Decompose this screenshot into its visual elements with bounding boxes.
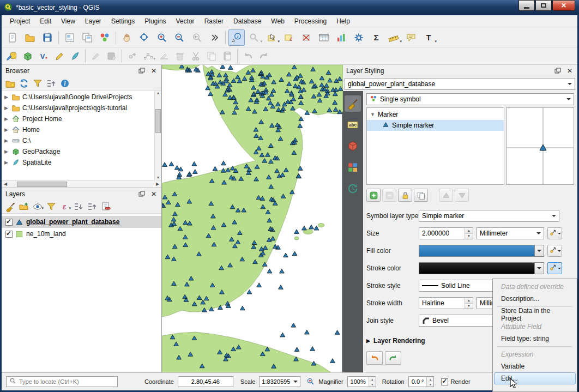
magnifier-spinbox[interactable]: 100% ▲▼ <box>347 376 376 387</box>
filter-browser-button[interactable] <box>32 77 44 89</box>
title-bar[interactable]: *basic_vector_styling - QGIS ✕ <box>0 0 579 15</box>
statistical-summary-button[interactable]: Σ <box>368 29 384 46</box>
size-spinbox[interactable]: 2.000000 ▲▼ <box>419 227 473 239</box>
filter-by-expression-button[interactable]: ε▾ <box>59 201 71 213</box>
browser-item-c-drive[interactable]: ▶C:\ <box>2 135 154 146</box>
text-annotation-button[interactable]: T▾ <box>420 29 437 46</box>
project-new-button[interactable] <box>4 29 21 46</box>
render-checkbox-box[interactable] <box>441 378 448 385</box>
expand-arrow-icon[interactable]: ▶ <box>4 160 9 165</box>
styling-tab-symbology[interactable] <box>345 95 361 112</box>
deselect-features-button[interactable] <box>298 29 315 46</box>
styling-tab-diagrams[interactable] <box>345 159 361 176</box>
menu-item-field-type-string[interactable]: Field type: string <box>494 333 576 345</box>
browser-horizontal-scrollbar[interactable]: ◀▶ <box>2 180 161 188</box>
processing-toolbox-button[interactable] <box>351 29 367 46</box>
layer-item-global_power_plant_database[interactable]: global_power_plant_database <box>2 216 161 228</box>
zoom-in-button[interactable] <box>154 29 170 46</box>
raster-histogram-button[interactable] <box>333 29 349 46</box>
menu-layer[interactable]: Layer <box>80 15 106 27</box>
locate-input[interactable] <box>19 378 114 385</box>
browser-close-button[interactable]: ✕ <box>150 67 158 75</box>
identify-features-button[interactable]: i <box>228 29 245 46</box>
symbol-layers-tree[interactable]: ▼ Marker Simple marker <box>366 107 504 185</box>
filter-legend-button[interactable] <box>45 201 57 213</box>
symbol-tree-simple-marker-row[interactable]: Simple marker <box>367 120 504 131</box>
stroke-color-dropdown[interactable] <box>534 263 544 274</box>
menu-item-description[interactable]: Description... <box>494 293 576 305</box>
remove-layer-button[interactable] <box>100 201 112 213</box>
menu-view[interactable]: View <box>56 15 80 27</box>
duplicate-symbol-layer-button[interactable] <box>414 189 428 202</box>
add-favorite-button[interactable] <box>4 77 16 89</box>
measure-button[interactable]: ▾ <box>385 29 402 46</box>
open-attribute-table-button[interactable] <box>316 29 332 46</box>
expand-arrow-icon[interactable]: ▶ <box>4 138 9 143</box>
layer-item-ne_10m_land[interactable]: ne_10m_land <box>2 228 161 240</box>
new-shapefile-layer-button[interactable] <box>52 49 67 63</box>
symbol-preview[interactable] <box>506 107 574 185</box>
size-data-defined-button[interactable] <box>547 227 562 239</box>
render-checkbox[interactable]: Render <box>441 378 470 385</box>
menu-edit[interactable]: Edit <box>35 15 56 27</box>
style-undo-button[interactable] <box>366 351 383 365</box>
project-save-button[interactable] <box>39 29 56 46</box>
locate-search[interactable] <box>6 376 118 387</box>
browser-item-geopackage[interactable]: ▶GeoPackage <box>2 146 154 157</box>
styling-layer-select[interactable]: global_power_plant_database <box>345 78 575 90</box>
properties-button[interactable]: i <box>59 77 71 89</box>
project-open-button[interactable] <box>22 29 38 46</box>
symbol-tree-marker-row[interactable]: ▼ Marker <box>367 109 504 120</box>
stroke-color-data-defined-button[interactable] <box>547 262 562 274</box>
new-virtual-layer-button[interactable]: V <box>36 49 51 63</box>
browser-item-home[interactable]: ▶Home <box>2 124 154 135</box>
menu-project[interactable]: Project <box>5 15 35 27</box>
toolbar-overflow-button[interactable] <box>206 29 222 46</box>
size-unit-select[interactable]: Millimeter <box>477 227 544 239</box>
menu-vector[interactable]: Vector <box>171 15 200 27</box>
browser-item-project-home[interactable]: ▶Project Home <box>2 113 154 124</box>
menu-item-edit[interactable]: Edit... <box>494 372 576 384</box>
styling-close-button[interactable]: ✕ <box>566 67 574 75</box>
styling-float-button[interactable] <box>554 67 562 75</box>
fill-color-dropdown[interactable] <box>534 245 544 256</box>
maximize-button[interactable] <box>535 0 552 11</box>
pan-map-button[interactable] <box>119 29 135 46</box>
coordinate-box[interactable]: 2.80,45.46 <box>178 376 233 387</box>
browser-vertical-scrollbar[interactable]: ▲ ▼ <box>154 91 161 180</box>
stroke-color-button[interactable] <box>419 262 544 274</box>
menu-raster[interactable]: Raster <box>200 15 228 27</box>
collapse-all-button[interactable] <box>86 201 98 213</box>
collapse-all-button[interactable] <box>45 77 57 89</box>
styling-tab-labels[interactable]: abc <box>345 117 361 133</box>
styling-tab-history[interactable] <box>345 180 361 197</box>
menu-web[interactable]: Web <box>266 15 289 27</box>
menu-item-variable[interactable]: Variable <box>494 360 576 372</box>
open-layer-styling-button[interactable] <box>4 201 16 213</box>
symbol-layer-type-select[interactable]: Simple marker <box>419 210 559 222</box>
select-features-button[interactable]: ▾ <box>263 29 280 46</box>
menu-processing[interactable]: Processing <box>290 15 331 27</box>
browser-float-button[interactable] <box>138 67 146 75</box>
scale-select[interactable]: 1:8320595 <box>259 376 300 387</box>
new-spatialite-layer-button[interactable] <box>68 49 82 63</box>
select-by-value-button[interactable]: ε <box>281 29 297 46</box>
menu-help[interactable]: Help <box>331 15 355 27</box>
show-layout-manager-button[interactable] <box>79 29 95 46</box>
manage-map-themes-button[interactable]: ▾ <box>32 201 44 213</box>
add-symbol-layer-button[interactable] <box>366 189 381 202</box>
zoom-out-button[interactable] <box>171 29 188 46</box>
browser-item-spatialite[interactable]: ▶SpatiaLite <box>2 157 154 168</box>
expand-arrow-icon[interactable]: ▶ <box>4 127 9 132</box>
style-manager-button[interactable] <box>96 29 113 46</box>
lock-symbol-color-button[interactable] <box>398 189 412 202</box>
minimize-button[interactable] <box>518 0 535 11</box>
refresh-button[interactable] <box>18 77 30 89</box>
layer-visibility-checkbox[interactable] <box>5 219 13 226</box>
rotation-spinbox[interactable]: 0.0 ° ▲▼ <box>408 376 435 387</box>
expand-arrow-icon[interactable]: ▶ <box>4 94 9 100</box>
browser-item-google-drive-projects[interactable]: ▶C:\Users\ujaval\Google Drive\Projects <box>2 92 154 102</box>
renderer-select[interactable]: Single symbol <box>366 93 574 105</box>
zoom-full-button[interactable] <box>136 29 153 46</box>
expand-arrow-icon[interactable]: ▶ <box>4 105 9 111</box>
